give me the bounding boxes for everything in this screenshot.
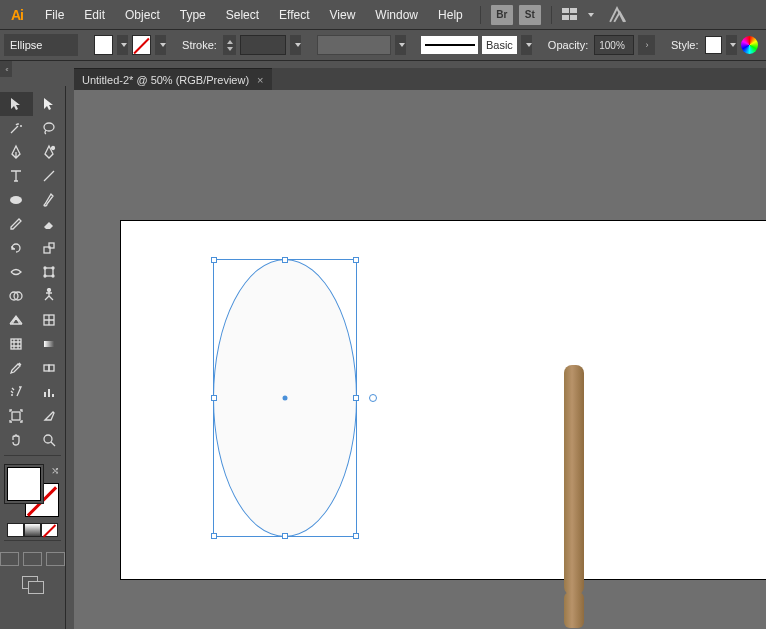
stroke-weight-field[interactable] [240,35,286,55]
selection-handle-ne[interactable] [353,257,359,263]
panel-collapse-toggle[interactable] [0,61,12,77]
menu-help[interactable]: Help [429,4,472,26]
selection-center-icon [283,396,288,401]
brush-definition-preview[interactable] [421,36,478,54]
stock-button[interactable]: St [519,5,541,25]
lasso-tool[interactable] [33,116,66,140]
menu-type[interactable]: Type [171,4,215,26]
stroke-weight-stepper[interactable] [223,35,236,55]
reference-point-icon[interactable] [369,394,377,402]
variable-width-profile[interactable] [317,35,391,55]
document-tab[interactable]: Untitled-2* @ 50% (RGB/Preview) × [74,68,272,90]
column-graph-tool[interactable] [33,380,66,404]
fill-stroke-control[interactable]: ⤭ [5,465,61,519]
draw-behind-button[interactable] [23,552,42,566]
brush-definition-label: Basic [482,36,517,54]
close-tab-button[interactable]: × [257,74,263,86]
selection-tool[interactable] [0,92,33,116]
type-tool[interactable] [0,164,33,188]
stroke-weight-dropdown[interactable] [290,35,301,55]
style-dropdown[interactable] [726,35,737,55]
svg-point-6 [44,267,46,269]
pen-tool[interactable] [0,140,33,164]
canvas-stage[interactable] [74,90,766,629]
bridge-button[interactable]: Br [491,5,513,25]
pencil-tool[interactable] [0,212,33,236]
screen-mode-button[interactable] [22,576,44,594]
graphic-style-swatch[interactable] [705,36,722,54]
stroke-dropdown[interactable] [155,35,166,55]
opacity-field[interactable]: 100% [594,35,634,55]
menu-window[interactable]: Window [366,4,427,26]
draw-inside-button[interactable] [46,552,65,566]
recolor-artwork-button[interactable] [741,36,758,54]
line-segment-tool[interactable] [33,164,66,188]
svg-rect-15 [44,341,54,347]
selection-handle-w[interactable] [211,395,217,401]
svg-rect-16 [44,365,49,371]
fill-swatch[interactable] [94,35,113,55]
rotate-tool[interactable] [0,236,33,260]
free-transform-tool[interactable] [33,260,66,284]
curvature-tool[interactable] [33,140,66,164]
selection-handle-sw[interactable] [211,533,217,539]
eraser-tool[interactable] [33,212,66,236]
width-tool[interactable] [0,260,33,284]
direct-selection-tool[interactable] [33,92,66,116]
ellipse-tool[interactable] [0,188,33,212]
color-mode-none[interactable] [41,523,58,537]
selection-handle-e[interactable] [353,395,359,401]
magic-wand-tool[interactable] [0,116,33,140]
live-paint-tool[interactable] [33,308,66,332]
svg-point-12 [47,289,50,292]
menu-select[interactable]: Select [217,4,268,26]
mesh-tool[interactable] [0,332,33,356]
gpu-preview-icon[interactable] [606,6,628,24]
selection-bounding-box[interactable] [213,259,357,537]
paintbrush-tool[interactable] [33,188,66,212]
svg-point-19 [44,435,52,443]
scale-tool[interactable] [33,236,66,260]
zoom-tool[interactable] [33,428,66,452]
slice-tool[interactable] [33,404,66,428]
svg-rect-17 [49,365,54,371]
artwork-stick-bottom[interactable] [564,592,584,628]
hand-tool[interactable] [0,428,33,452]
opacity-dropdown[interactable]: › [638,35,655,55]
selection-handle-s[interactable] [282,533,288,539]
separator [551,6,552,24]
draw-mode-row [0,552,65,566]
gradient-tool[interactable] [33,332,66,356]
symbol-sprayer-tool[interactable] [0,380,33,404]
menu-file[interactable]: File [36,4,73,26]
selection-handle-nw[interactable] [211,257,217,263]
menu-view[interactable]: View [321,4,365,26]
selection-handle-se[interactable] [353,533,359,539]
menu-edit[interactable]: Edit [75,4,114,26]
color-mode-solid[interactable] [7,523,24,537]
arrange-documents-button[interactable] [560,6,582,24]
shape-builder-tool[interactable] [0,284,33,308]
blend-tool[interactable] [33,356,66,380]
menu-object[interactable]: Object [116,4,169,26]
svg-point-7 [52,267,54,269]
puppet-warp-tool[interactable] [33,284,66,308]
perspective-grid-tool[interactable] [0,308,33,332]
variable-width-dropdown[interactable] [395,35,406,55]
svg-point-2 [10,196,22,204]
stroke-swatch[interactable] [132,35,151,55]
draw-normal-button[interactable] [0,552,19,566]
menu-effect[interactable]: Effect [270,4,318,26]
svg-point-9 [52,275,54,277]
artboard-tool[interactable] [0,404,33,428]
artwork-stick-top[interactable] [564,365,584,595]
menu-bar: Ai File Edit Object Type Select Effect V… [0,0,766,29]
fill-color-icon[interactable] [7,467,41,501]
fill-dropdown[interactable] [117,35,128,55]
selection-handle-n[interactable] [282,257,288,263]
color-mode-gradient[interactable] [24,523,41,537]
swap-fill-stroke-icon[interactable]: ⤭ [51,465,59,476]
eyedropper-tool[interactable] [0,356,33,380]
brush-dropdown[interactable] [521,35,532,55]
document-tab-title: Untitled-2* @ 50% (RGB/Preview) [82,74,249,86]
